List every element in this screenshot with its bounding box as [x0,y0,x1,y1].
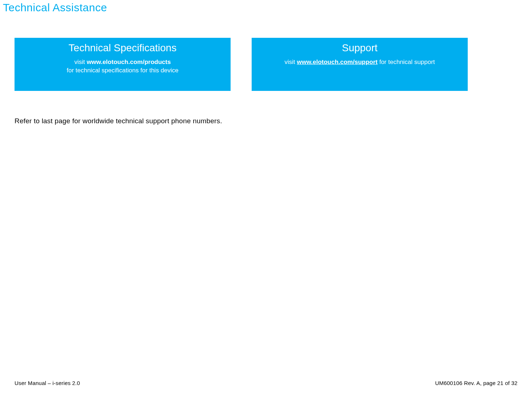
support-title: Support [252,42,468,54]
support-url[interactable]: www.elotouch.com/support [297,59,377,65]
footer-left: User Manual – i-series 2.0 [15,380,80,386]
footer: User Manual – i-series 2.0 UM600106 Rev.… [15,380,517,386]
tech-specs-card: Technical Specifications visit www.eloto… [15,38,231,91]
tech-specs-line2: for technical specifications for this de… [66,67,178,74]
tech-specs-title: Technical Specifications [15,42,231,54]
cards-container: Technical Specifications visit www.eloto… [0,14,532,91]
support-visit-text: visit [284,59,297,65]
tech-specs-body: visit www.elotouch.com/products for tech… [15,58,231,75]
note-text: Refer to last page for worldwide technic… [0,91,532,125]
support-card: Support visit www.elotouch.com/support f… [252,38,468,91]
footer-right: UM600106 Rev. A, page 21 of 32 [435,380,517,386]
support-body: visit www.elotouch.com/support for techn… [252,58,468,67]
page-title: Technical Assistance [0,0,532,14]
support-suffix: for technical support [378,59,435,65]
tech-specs-visit-text: visit [74,59,87,65]
tech-specs-url[interactable]: www.elotouch.com/products [87,59,171,65]
